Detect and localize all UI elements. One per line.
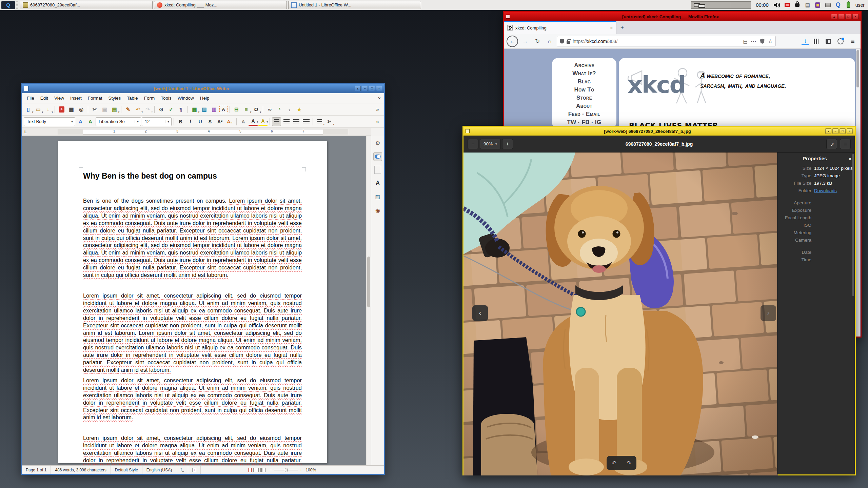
cut-button[interactable]: ✂	[90, 105, 99, 114]
strikethrough-button[interactable]: S	[205, 117, 215, 126]
qubes-domains-icon[interactable]: Q	[834, 1, 842, 9]
folder-link[interactable]: Downloads	[814, 187, 837, 195]
workspace-2[interactable]	[711, 1, 731, 9]
tracking-protection-icon[interactable]	[560, 39, 564, 44]
rotate-left-button[interactable]: ↶	[612, 460, 616, 466]
footnote-button[interactable]: ¹	[275, 105, 284, 114]
multi-page-view-button[interactable]	[253, 468, 259, 472]
menu-styles[interactable]: Styles	[105, 94, 124, 102]
endnote-button[interactable]: ₁	[285, 105, 294, 114]
writer-titlebar[interactable]: [work] Untitled 1 - LibreOffice Writer ▴…	[22, 84, 384, 93]
rotate-right-button[interactable]: ↷	[627, 460, 631, 466]
xkcd-nav-feed-email[interactable]: Feed · Email	[552, 110, 616, 118]
font-color-button[interactable]: A	[249, 117, 258, 126]
firefox-minimize-button[interactable]: –	[838, 14, 844, 19]
insert-mode-icon[interactable]: I_	[176, 466, 188, 474]
viewer-close-button[interactable]: ×	[847, 128, 853, 134]
xkcd-nav-blag[interactable]: Blag	[552, 78, 616, 86]
lock-icon[interactable]	[567, 41, 570, 44]
align-justify-button[interactable]	[301, 117, 311, 126]
tab-close-icon[interactable]: ×	[610, 25, 613, 30]
hamburger-menu-icon[interactable]: ≡	[848, 36, 858, 46]
firefox-scrollbar[interactable]	[856, 49, 860, 337]
forward-button[interactable]: →	[520, 36, 530, 46]
scrollbar-thumb[interactable]	[367, 257, 370, 307]
back-button[interactable]: ←	[507, 36, 518, 47]
new-document-button[interactable]: ▯	[24, 105, 33, 114]
sidebar-tab-navigator[interactable]: ◉	[373, 206, 382, 215]
viewer-shade-button[interactable]: ▴	[825, 128, 831, 134]
insert-image-button[interactable]: ▨	[200, 105, 209, 114]
clock[interactable]: 00:00	[756, 2, 769, 8]
writer-close-button[interactable]: ×	[376, 86, 382, 91]
firefox-close-button[interactable]: ×	[852, 14, 859, 19]
menu-file[interactable]: File	[24, 94, 37, 102]
sidebar-tab-properties[interactable]	[373, 152, 382, 161]
bullet-list-button[interactable]	[315, 117, 324, 126]
menu-table[interactable]: Table	[124, 94, 141, 102]
taskbar-window-firefox[interactable]: xkcd: Compiling ___ Moz...	[154, 1, 287, 9]
print-preview-button[interactable]: ◎	[77, 105, 86, 114]
properties-close-icon[interactable]: ×	[849, 156, 851, 161]
insert-chart-button[interactable]: ▥	[210, 105, 219, 114]
subscript-button[interactable]: A₂	[225, 117, 234, 126]
document-close-button[interactable]: ×	[378, 96, 381, 101]
url-bar[interactable]: https://xkcd.com/303/ ▤ ··· ☆	[557, 36, 776, 46]
home-button[interactable]: ⌂	[545, 36, 555, 46]
superscript-button[interactable]: A²	[215, 117, 224, 126]
align-center-button[interactable]	[282, 117, 291, 126]
horizontal-ruler[interactable]: L 1 2 3 4 5 6 7	[22, 128, 371, 136]
paragraph-style-combo[interactable]: Text Body▾	[24, 117, 75, 126]
library-icon[interactable]	[811, 36, 821, 46]
workspace-1[interactable]	[691, 1, 711, 9]
hyperlink-button[interactable]: ∞	[265, 105, 274, 114]
special-character-button[interactable]: Ω	[252, 105, 261, 114]
downloads-icon[interactable]: ↓	[802, 38, 809, 45]
status-word-count[interactable]: 486 words, 3,098 characters	[51, 466, 111, 474]
xkcd-nav-about[interactable]: About	[552, 102, 616, 110]
viewer-minimize-button[interactable]: –	[832, 128, 839, 134]
account-icon[interactable]	[835, 36, 846, 46]
firefox-titlebar[interactable]: [untrusted] xkcd: Compiling __ Mozilla F…	[504, 12, 861, 21]
paste-button[interactable]: ▤	[110, 105, 119, 114]
fullscreen-icon[interactable]: ↔	[826, 139, 837, 149]
insert-textbox-button[interactable]: A	[219, 106, 228, 113]
document-page[interactable]: Why Ben is the best dog on campus Ben is…	[58, 141, 327, 463]
update-style-button[interactable]: A	[76, 117, 85, 126]
highlight-color-button[interactable]: A	[258, 117, 268, 126]
insert-table-button[interactable]: ▦	[190, 105, 199, 114]
bookmark-button[interactable]: ★	[295, 105, 304, 114]
workspace-3[interactable]	[731, 1, 751, 9]
italic-button[interactable]: I	[186, 117, 195, 126]
reload-button[interactable]: ↻	[532, 36, 542, 46]
save-button[interactable]: ↓	[43, 105, 53, 114]
chevron-down-icon[interactable]: ▾	[135, 120, 141, 123]
clipboard-icon[interactable]: ▤	[804, 1, 811, 9]
open-button[interactable]: ▭	[34, 105, 43, 114]
sidebar-tab-page[interactable]	[374, 166, 381, 174]
status-page-style[interactable]: Default Style	[111, 466, 142, 474]
qubes-menu-button[interactable]: Q	[1, 1, 15, 9]
zoom-slider-knob[interactable]	[285, 468, 288, 472]
zoom-out-button[interactable]: −	[468, 139, 478, 149]
toolbar-overflow-button[interactable]: »	[373, 117, 382, 126]
page-actions-icon[interactable]: ···	[751, 39, 757, 44]
writer-maximize-button[interactable]: □	[369, 86, 375, 91]
writer-shade-button[interactable]: ▴	[355, 86, 361, 91]
align-left-button[interactable]	[272, 117, 281, 126]
zoom-slider[interactable]: − +	[269, 467, 302, 472]
xkcd-nav-social[interactable]: TW · FB · IG	[552, 118, 616, 126]
copy-button[interactable]: ▣	[100, 105, 109, 114]
lock-keyring-icon[interactable]	[794, 1, 801, 9]
disk-usage-icon[interactable]	[824, 1, 832, 9]
next-image-button[interactable]: ›	[761, 305, 776, 321]
clear-formatting-button[interactable]: A	[239, 117, 248, 126]
menu-tools[interactable]: Tools	[158, 94, 175, 102]
export-pdf-button[interactable]: P	[57, 105, 66, 114]
chevron-down-icon[interactable]: ▾	[69, 120, 75, 123]
scrollbar-thumb[interactable]	[856, 50, 859, 87]
find-replace-button[interactable]: ⊙	[157, 105, 166, 114]
workspace-switcher[interactable]	[691, 1, 751, 9]
panel-scrollbar[interactable]	[852, 154, 854, 296]
pocket-icon[interactable]	[760, 39, 765, 44]
